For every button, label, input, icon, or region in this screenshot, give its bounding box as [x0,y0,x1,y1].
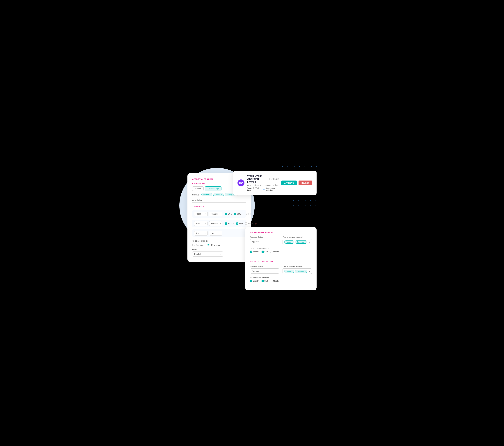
radio-everyone[interactable]: Everyone [207,244,220,246]
field-tag-name-1-remove[interactable]: × [291,241,292,243]
rejection-notification-group: On Approval Notification ✓ Email ✎ ✓ SMS… [250,277,312,282]
rejection-field-to-show-chevron[interactable]: ▾ [309,270,310,272]
radio-row: Any one Everyone [192,244,246,246]
priority-tag-1[interactable]: Priority × [201,193,212,196]
field-tag-name-1[interactable]: Name × [284,240,294,244]
approval-mobile-checkbox[interactable] [270,250,272,253]
priority-tag-2[interactable]: Priority × [213,193,224,196]
rejection-name-on-button-input[interactable] [250,268,279,273]
sms-notif-1[interactable]: ✓ SMS [234,213,241,215]
email-icon: ✉ [263,188,265,190]
approval-email-checkbox[interactable]: ✓ [250,250,252,253]
type-select-3[interactable]: User ▾ [194,231,208,235]
rejection-field-to-show-label: Field to show on Approval [283,265,312,267]
priority-tag-1-remove[interactable]: × [209,194,210,196]
email-label-1: Email [228,213,232,215]
rejection-field-to-show-select[interactable]: Name × Category × ▾ [283,268,312,274]
value-select-1-chevron: ▾ [220,213,220,215]
approval-mobile-notif[interactable]: Mobile [270,250,279,253]
reject-button[interactable]: REJECT [299,180,312,185]
rejection-sms-notif[interactable]: ✓ SMS [262,280,269,282]
type-select-1-chevron: ▾ [205,213,206,215]
work-order-divider: | [269,178,270,180]
on-approval-two-col: Name on Button Field to show on Approval… [250,236,312,245]
priority-tag-2-label: Priority [215,194,220,196]
rejection-email-notif[interactable]: ✓ Email ✎ [250,280,260,282]
rejection-email-checkbox[interactable]: ✓ [250,280,252,282]
type-select-2-label: Role [196,222,200,225]
name-on-button-label: Name on Button [250,236,279,238]
value-select-1-label: Finance [211,213,218,215]
rejection-field-tag-category-remove[interactable]: × [305,270,306,272]
field-tag-category-1-remove[interactable]: × [305,241,306,243]
rejection-mobile-label: Mobile [273,280,279,282]
mobile-notif-1[interactable]: Mobile [243,213,251,215]
value-select-1[interactable]: Finance ▾ [209,212,222,216]
type-select-1[interactable]: Team ▾ [194,212,208,216]
approval-sms-notif[interactable]: ✓ SMS [262,250,269,253]
value-select-3[interactable]: Name ▾ [209,231,222,235]
rejection-field-tag-name[interactable]: Name × [284,270,294,273]
work-order-info: Work Order Approval - Level 4 | #47832 W… [247,174,279,191]
mobile-checkbox-2[interactable] [245,222,247,225]
approval-notif-row: ✓ Email ✎ ✓ SMS Mobile [250,250,312,253]
email-notif-2[interactable]: ✓ Email ✎ [225,222,234,225]
rejection-notification-label: On Approval Notification [250,277,312,279]
mobile-label-2: Mobile [248,222,253,225]
description-input[interactable] [192,198,246,203]
rejection-name-on-button-label: Name on Button [250,265,279,267]
email-edit-icon-2[interactable]: ✎ [233,223,234,224]
work-order-actions: APPROVE REJECT [281,180,312,185]
mobile-notif-2[interactable]: Mobile [245,222,253,225]
radio-any-one-circle[interactable] [192,244,195,246]
value-select-2-chevron: ▾ [220,223,221,224]
rejection-email-label: Email [253,280,258,282]
field-tag-category-1[interactable]: Category × [295,240,307,244]
work-order-description: Water leakage from bathroom ceiling [247,184,279,186]
email-notif-1[interactable]: ✓ Email [225,213,232,215]
rejection-field-tag-name-remove[interactable]: × [291,270,292,272]
approval-email-notif[interactable]: ✓ Email ✎ [250,250,260,253]
rejection-mobile-notif[interactable]: Mobile [270,280,279,282]
approval-email-edit-icon[interactable]: ✎ [258,251,260,252]
rejection-field-tag-category[interactable]: Category × [295,270,307,273]
rejection-email-edit-icon[interactable]: ✎ [258,280,260,282]
order-select[interactable]: Parallel ▾ [192,251,223,257]
approved-by-label: To be approved by [192,240,246,242]
notif-options-2: ✓ Email ✎ ✓ SMS Mobile [225,222,253,225]
type-select-2[interactable]: Role ▾ [194,221,208,226]
rejection-field-to-show-group: Field to show on Approval Name × Categor… [283,265,312,274]
value-select-3-label: Name [211,232,216,234]
tab-create[interactable]: Create [192,186,204,191]
work-order-assignee: ✉ Shahraban Abdullah [263,187,279,191]
email-checkbox-2[interactable]: ✓ [225,222,227,225]
name-on-button-group: Name on Button [250,236,279,245]
order-label: Order [192,249,246,250]
name-on-button-input[interactable] [250,239,279,244]
type-select-1-label: Team [196,213,201,215]
type-select-3-chevron: ▾ [205,232,206,234]
priority-tag-2-remove[interactable]: × [221,194,222,196]
on-approval-action-section: ON APPROVAL ACTION Name on Button Field … [250,231,312,253]
radio-everyone-circle[interactable] [207,244,210,246]
radio-any-one[interactable]: Any one [192,244,203,246]
rejection-sms-checkbox[interactable]: ✓ [262,280,264,282]
approval-sms-checkbox[interactable]: ✓ [262,250,264,253]
approve-button[interactable]: APPROVE [281,180,297,185]
approval-notification-label: On Approval Notification [250,248,312,250]
rejection-mobile-checkbox[interactable] [270,280,272,282]
mobile-checkbox-1[interactable] [243,213,245,215]
sms-checkbox-1[interactable]: ✓ [234,213,236,215]
radio-any-one-label: Any one [196,244,203,246]
field-to-show-chevron[interactable]: ▾ [309,241,310,243]
sms-checkbox-2[interactable]: ✓ [236,222,238,225]
sms-notif-2[interactable]: ✓ SMS [236,222,243,225]
priority-tag-3-label: Priority [227,194,232,196]
rejection-name-on-button-group: Name on Button [250,265,279,274]
remove-row-2[interactable]: ⊖ [255,222,257,225]
order-section: Order Parallel ▾ [192,249,246,257]
value-select-2[interactable]: Electician ▾ [209,221,222,226]
field-to-show-select[interactable]: Name × Category × ▾ [283,239,312,245]
email-checkbox-1[interactable]: ✓ [225,213,227,215]
tab-field-change[interactable]: Field Change [205,186,221,191]
